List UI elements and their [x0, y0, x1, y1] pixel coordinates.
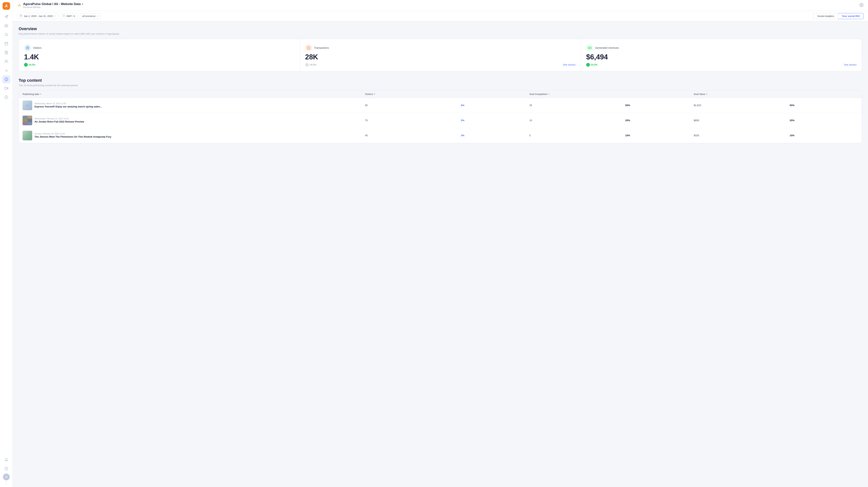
post-thumbnail-2 [23, 116, 32, 125]
th-goal-value[interactable]: Goal Value ⇅ [694, 93, 790, 96]
sidebar-item-media[interactable] [2, 84, 10, 92]
post-title-2: Air Jordan Retro Fall 2022 Release Previ… [34, 120, 84, 123]
sidebar-item-roi[interactable] [2, 75, 10, 84]
visitors-label: Visitors [33, 46, 41, 49]
goal-value-pct-1: 50% [789, 104, 858, 107]
revenue-value: $6,494 [586, 53, 857, 61]
sidebar-item-calendar[interactable] [2, 39, 10, 48]
top-content-subtitle: The 10 most performing content for the s… [19, 84, 862, 87]
svg-point-22 [6, 476, 7, 477]
post-cell-2: Wednesday, February 21, 2022 14:25 Air J… [23, 116, 365, 125]
sidebar-item-compose[interactable] [2, 13, 10, 21]
toolbar: Jan 1, 2020 - Jan 31, 2020 ▾ GMT +1 eCom… [13, 11, 868, 21]
transactions-value: 28K [305, 53, 576, 61]
visitors-count-3: 45 [365, 134, 461, 137]
transactions-label: Transactions [314, 46, 329, 49]
sidebar-item-reports[interactable] [2, 48, 10, 57]
svg-rect-33 [588, 47, 591, 49]
svg-point-26 [861, 4, 862, 6]
post-thumbnail-1 [23, 100, 32, 110]
sidebar-item-team[interactable] [2, 57, 10, 66]
sidebar-item-listening[interactable] [2, 31, 10, 39]
goal-completion-pct-3: 10% [625, 134, 694, 137]
transactions-see-section[interactable]: See section [563, 63, 576, 66]
category-selector[interactable]: eCommerce ▾ [80, 13, 101, 19]
timezone-selector[interactable]: GMT +1 [60, 13, 78, 19]
main-content: AgoraPulse Global / All - Website Data ▾… [13, 0, 868, 487]
goal-completion-1: 25 [529, 104, 625, 107]
value-sort-icon: ⇅ [706, 93, 707, 95]
tab-social-roi[interactable]: Your social ROI [838, 13, 864, 19]
app-logo[interactable]: a [3, 2, 10, 10]
goal-sort-icon: ⇅ [548, 93, 550, 95]
th-value-pct [789, 93, 858, 96]
th-goal-completion[interactable]: Goal Completion ⇅ [529, 93, 625, 96]
revenue-label: Generated revenues [595, 46, 619, 49]
top-content-section: Top content The 10 most performing conte… [19, 78, 862, 143]
page-title[interactable]: AgoraPulse Global / All - Website Data ▾ [23, 2, 83, 6]
th-goal-pct [625, 93, 694, 96]
svg-rect-16 [4, 87, 7, 89]
svg-point-34 [589, 47, 590, 48]
post-title-1: Express Yourself! Enjoy our amazing marc… [34, 105, 102, 108]
clock-icon [62, 14, 65, 18]
visitors-value: 1.4K [24, 53, 294, 61]
tab-social-analytics[interactable]: Social Analytics [813, 13, 838, 19]
sidebar: a ⋮ [0, 0, 13, 487]
visitors-count-2: 70 [365, 119, 461, 122]
sidebar-item-more[interactable]: ⋮ [2, 481, 10, 485]
overview-title: Overview [19, 26, 862, 31]
transactions-change: ↓ 34,5% [305, 63, 316, 67]
goal-completion-pct-1: 50% [625, 104, 694, 107]
settings-icon[interactable] [860, 3, 864, 8]
svg-point-10 [5, 60, 6, 61]
sidebar-item-help[interactable] [2, 465, 10, 473]
visitors-pct-1: 6% [461, 104, 529, 107]
analytics-tabs: Social Analytics Your social ROI [813, 13, 864, 19]
sidebar-item-add[interactable] [2, 93, 10, 101]
revenue-see-section[interactable]: See section [844, 63, 857, 66]
goal-value-2: $650 [694, 119, 790, 122]
post-date-1: Wednesday, March 14, 2022 12:00 [34, 102, 102, 105]
goal-completion-pct-2: 20% [625, 119, 694, 122]
visitors-icon [24, 44, 31, 52]
goal-completion-2: 10 [529, 119, 625, 122]
category-chevron-icon: ▾ [97, 15, 98, 17]
svg-rect-4 [5, 42, 8, 45]
svg-line-3 [7, 35, 8, 36]
metric-revenue: Generated revenues $6,494 ↑ 34,5% See se… [581, 39, 862, 71]
sidebar-item-inbox[interactable] [2, 22, 10, 30]
th-visitors[interactable]: Visitors ⇅ [365, 93, 461, 96]
top-content-title: Top content [19, 78, 862, 83]
post-title-3: The Jetsons Meet The Flintstones On This… [34, 135, 111, 138]
sidebar-item-analytics[interactable] [2, 66, 10, 74]
visitors-up-icon: ↑ [24, 63, 28, 67]
sidebar-avatar[interactable] [3, 474, 10, 480]
post-cell-1: Wednesday, March 14, 2022 12:00 Express … [23, 100, 365, 110]
metric-transactions: Transactions 28K ↓ 34,5% See section [300, 39, 581, 71]
goal-value-1: $1,623 [694, 104, 790, 107]
visitors-count-1: 92 [365, 104, 461, 107]
th-visitors-pct [461, 93, 529, 96]
date-chevron-icon: ▾ [54, 15, 55, 17]
post-date-3: Sunday, February 18, 2022 11:00 [34, 133, 111, 135]
svg-marker-15 [7, 88, 8, 89]
overview-section: Overview Key performance metrics of soci… [19, 26, 862, 71]
goal-completion-3: 5 [529, 134, 625, 137]
transactions-icon [305, 44, 312, 52]
header: AgoraPulse Global / All - Website Data ▾… [13, 0, 868, 11]
th-publishing-date[interactable]: Publishing date ⇅ [23, 93, 365, 96]
metric-visitors: Visitors 1.4K ↑ 34,5% [19, 39, 300, 71]
date-range-picker[interactable]: Jan 1, 2020 - Jan 31, 2020 ▾ [17, 13, 58, 19]
goal-value-3: $325 [694, 134, 790, 137]
revenue-change: ↑ 34,5% [586, 63, 597, 67]
post-cell-3: Sunday, February 18, 2022 11:00 The Jets… [23, 131, 365, 140]
revenue-icon [586, 44, 593, 52]
top-content-table: Publishing date ⇅ Visitors ⇅ Goal Comple… [19, 91, 862, 143]
metrics-grid: Visitors 1.4K ↑ 34,5% [19, 39, 862, 71]
overview-subtitle: Key performance metrics of social media … [19, 32, 862, 35]
sidebar-item-notifications[interactable] [2, 456, 10, 464]
visitors-pct-3: 3% [461, 134, 529, 137]
goal-value-pct-2: 20% [789, 119, 858, 122]
svg-rect-27 [20, 15, 22, 17]
